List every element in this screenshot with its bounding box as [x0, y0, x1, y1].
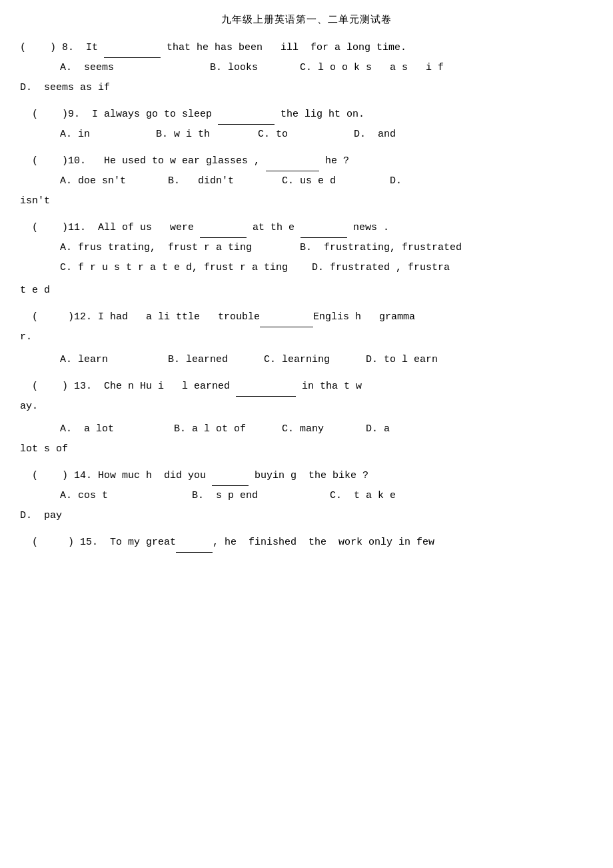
- q10-options: A. doe sn't B. didn't C. us e d D.: [60, 171, 593, 191]
- question-11: ( )11. All of us were at th e news . A. …: [20, 218, 593, 301]
- q13-text2: ay.: [20, 397, 593, 417]
- q11-options-ab: A. frus trating, frust r a ting B. frust…: [60, 238, 593, 258]
- q8-text: ( ) 8. It that he has been ill for a lon…: [20, 38, 593, 58]
- q12-text: ( )12. I had a li ttle troubleEnglis h g…: [20, 307, 593, 327]
- question-14: ( ) 14. How muc h did you buyin g the bi…: [20, 466, 593, 526]
- question-10: ( )10. He used to w ear glasses , he ? A…: [20, 151, 593, 211]
- q10-option-d: isn't: [20, 191, 593, 211]
- q14-text: ( ) 14. How muc h did you buyin g the bi…: [20, 466, 593, 486]
- q14-options: A. cos t B. s p end C. t a k e: [60, 486, 593, 506]
- q11-options-cd: C. f r u s t r a t e d, frust r a ting D…: [60, 258, 593, 278]
- question-13: ( ) 13. Che n Hu i l earned in tha t w a…: [20, 377, 593, 459]
- q8-options: A. seems B. looks C. l o o k s a s i f: [60, 58, 593, 78]
- q13-options-ab: A. a lot B. a l ot of C. many D. a: [60, 419, 593, 439]
- page-title: 九年级上册英语第一、二单元测试卷: [20, 13, 593, 26]
- q13-text: ( ) 13. Che n Hu i l earned in tha t w: [20, 377, 593, 397]
- q13-option-d2: lot s of: [20, 439, 593, 459]
- q11-option-d2: t e d: [20, 281, 593, 301]
- question-9: ( )9. I always go to sleep the lig ht on…: [20, 105, 593, 145]
- q10-text: ( )10. He used to w ear glasses , he ?: [20, 151, 593, 171]
- question-12: ( )12. I had a li ttle troubleEnglis h g…: [20, 307, 593, 370]
- q12-options: A. learn B. learned C. learning D. to l …: [60, 350, 593, 370]
- q11-text: ( )11. All of us were at th e news .: [20, 218, 593, 238]
- q8-option-d: D. seems as if: [20, 78, 593, 98]
- q15-text: ( ) 15. To my great, he finished the wor…: [20, 533, 593, 553]
- question-15: ( ) 15. To my great, he finished the wor…: [20, 533, 593, 553]
- q14-option-d: D. pay: [20, 506, 593, 526]
- q9-options: A. in B. w i th C. to D. and: [60, 125, 593, 145]
- question-8: ( ) 8. It that he has been ill for a lon…: [20, 38, 593, 98]
- q12-text2: r.: [20, 327, 593, 347]
- q9-text: ( )9. I always go to sleep the lig ht on…: [20, 105, 593, 125]
